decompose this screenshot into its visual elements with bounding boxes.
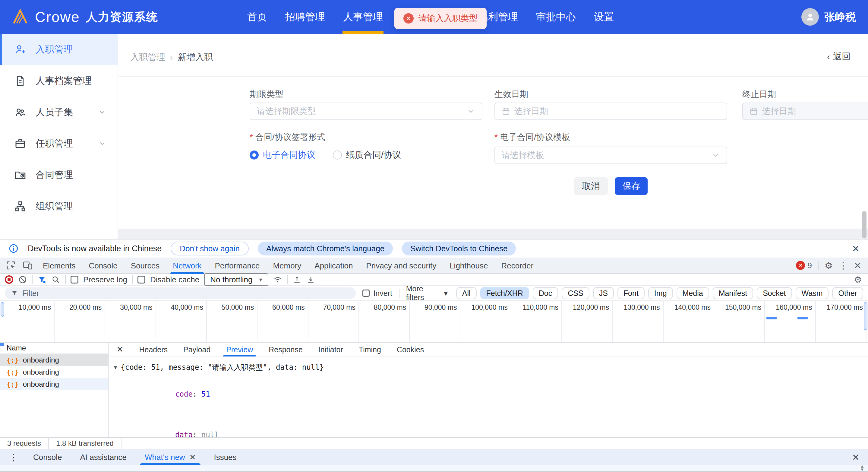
search-icon[interactable] [51, 275, 60, 284]
sidebar-item-4[interactable]: 合同管理 [0, 159, 118, 190]
detail-tab-timing[interactable]: Timing [351, 343, 389, 356]
inspect-element-icon[interactable] [5, 260, 16, 271]
drawer-tab-console[interactable]: Console [24, 449, 71, 465]
request-list-header[interactable]: Name [0, 343, 108, 354]
nav-item-5[interactable]: 设置 [594, 0, 614, 34]
sidebar-item-1[interactable]: 人事档案管理 [0, 65, 118, 96]
filter-chip-all[interactable]: All [456, 287, 477, 299]
devtools-tab-console[interactable]: Console [82, 258, 124, 274]
error-count-badge[interactable]: ✕ 9 [796, 261, 812, 270]
detail-tab-headers[interactable]: Headers [131, 343, 176, 356]
devtools-tab-memory[interactable]: Memory [266, 258, 308, 274]
user-menu[interactable]: 张峥税 [801, 0, 856, 34]
devtools-tab-privacy-and-security[interactable]: Privacy and security [360, 258, 443, 274]
preserve-log-label[interactable]: Preserve log [83, 275, 127, 285]
filter-input[interactable]: Filter [5, 288, 356, 299]
breadcrumb-parent[interactable]: 入职管理 [130, 51, 165, 63]
nav-item-0[interactable]: 首页 [247, 0, 267, 34]
json-root-row[interactable]: ▼ {code: 51, message: "请输入入职类型", data: n… [114, 362, 868, 372]
drawer-close-icon[interactable]: ✕ [852, 452, 860, 463]
drawer-kebab-icon[interactable]: ⋮ [3, 452, 24, 463]
back-button[interactable]: ‹ 返回 [827, 51, 850, 63]
save-button[interactable]: 保存 [615, 177, 648, 195]
import-har-icon[interactable] [292, 275, 302, 284]
drawer-tab-ai-assistance[interactable]: AI assistance [71, 449, 136, 465]
drawer-tab-issues[interactable]: Issues [205, 449, 245, 465]
detail-close-icon[interactable]: ✕ [108, 345, 131, 354]
request-row-0[interactable]: {;} onboarding [0, 354, 108, 366]
term-type-select[interactable]: 请选择期限类型 [250, 102, 483, 120]
disable-cache-label[interactable]: Disable cache [150, 275, 199, 285]
disable-cache-checkbox[interactable] [137, 276, 145, 284]
dont-show-again-button[interactable]: Don't show again [170, 242, 249, 256]
json-entry-code[interactable]: code: 51 [145, 374, 868, 415]
detail-tab-response[interactable]: Response [261, 343, 311, 356]
filter-chip-other[interactable]: Other [832, 287, 863, 299]
nav-item-4[interactable]: 审批中心 [536, 0, 576, 34]
clear-network-log-icon[interactable] [18, 275, 27, 284]
request-row-1[interactable]: {;} onboarding [0, 366, 108, 378]
template-select[interactable]: 请选择模板 [494, 147, 727, 164]
filter-chip-socket[interactable]: Socket [757, 287, 792, 299]
request-waterfall-bar[interactable] [798, 317, 808, 319]
document-icon [14, 75, 27, 87]
filter-chip-manifest[interactable]: Manifest [713, 287, 753, 299]
sidebar-item-5[interactable]: 组织管理 [0, 190, 118, 222]
sidebar-item-3[interactable]: 任职管理 [0, 128, 118, 159]
devtools-close-icon[interactable]: ✕ [854, 260, 861, 271]
cancel-button[interactable]: 取消 [574, 177, 608, 195]
invert-filter[interactable]: Invert [362, 289, 392, 298]
sidebar-item-0[interactable]: 入职管理 [0, 34, 118, 65]
devtools-tab-application[interactable]: Application [308, 258, 360, 274]
throttling-select[interactable]: No throttling ▾ [204, 273, 268, 286]
tab-close-icon[interactable]: ✕ [189, 453, 196, 462]
devtools-tab-network[interactable]: Network [166, 258, 208, 274]
kebab-menu-icon[interactable]: ⋮ [839, 260, 848, 271]
drawer-tab-what-s-new[interactable]: What's new ✕ [136, 449, 205, 465]
request-row-2[interactable]: {;} onboarding [0, 378, 108, 390]
end-date-input[interactable]: 选择日期 [742, 102, 868, 120]
device-toolbar-icon[interactable] [22, 260, 33, 271]
export-har-icon[interactable] [306, 275, 315, 284]
sign-form-radio-1[interactable]: 纸质合同/协议 [333, 149, 401, 161]
preserve-log-checkbox[interactable] [70, 276, 79, 284]
detail-tab-initiator[interactable]: Initiator [311, 343, 351, 356]
filter-chip-wasm[interactable]: Wasm [796, 287, 829, 299]
filter-chip-img[interactable]: Img [648, 287, 673, 299]
detail-tab-cookies[interactable]: Cookies [389, 343, 432, 356]
settings-gear-icon[interactable]: ⚙ [825, 260, 833, 271]
scroll-down-icon[interactable]: ▼ [860, 468, 864, 471]
network-settings-gear-icon[interactable]: ⚙ [854, 274, 862, 285]
devtools-tab-sources[interactable]: Sources [124, 258, 166, 274]
page-scrollbar-thumb[interactable] [862, 211, 867, 238]
more-filters-button[interactable]: More filters ▾ [406, 285, 448, 302]
filter-chip-js[interactable]: JS [593, 287, 614, 299]
filter-funnel-icon[interactable] [37, 275, 46, 284]
filter-chip-font[interactable]: Font [617, 287, 645, 299]
filter-chip-css[interactable]: CSS [562, 287, 589, 299]
network-timeline-overview[interactable]: 10,000 ms 20,000 ms 30,000 ms 40,000 ms … [0, 301, 868, 343]
devtools-tab-lighthouse[interactable]: Lighthouse [443, 258, 494, 274]
switch-chinese-button[interactable]: Switch DevTools to Chinese [402, 242, 516, 256]
filter-chip-fetch-xhr[interactable]: Fetch/XHR [480, 287, 529, 299]
banner-close-icon[interactable]: ✕ [852, 243, 860, 254]
detail-tab-payload[interactable]: Payload [176, 343, 218, 356]
filter-chip-media[interactable]: Media [677, 287, 709, 299]
sidebar-item-2[interactable]: 人员子集 [0, 96, 118, 128]
record-network-log-icon[interactable] [5, 275, 13, 284]
devtools-tab-recorder[interactable]: Recorder [494, 258, 540, 274]
request-waterfall-bar[interactable] [766, 317, 777, 319]
timeline-left-handle[interactable] [1, 302, 4, 317]
network-conditions-icon[interactable] [273, 275, 282, 284]
devtools-tab-elements[interactable]: Elements [36, 258, 82, 274]
sign-form-radio-0[interactable]: 电子合同协议 [250, 149, 315, 161]
match-language-button[interactable]: Always match Chrome's language [258, 242, 393, 256]
drawer-scrollbar[interactable]: ▲▼ [860, 465, 864, 470]
detail-tab-preview[interactable]: Preview [218, 343, 261, 356]
filter-chip-doc[interactable]: Doc [533, 287, 558, 299]
nav-item-2[interactable]: 人事管理 [343, 0, 383, 34]
nav-item-1[interactable]: 招聘管理 [285, 0, 325, 34]
invert-checkbox[interactable] [362, 290, 370, 297]
effective-date-input[interactable]: 选择日期 [494, 102, 727, 120]
devtools-tab-performance[interactable]: Performance [208, 258, 267, 274]
